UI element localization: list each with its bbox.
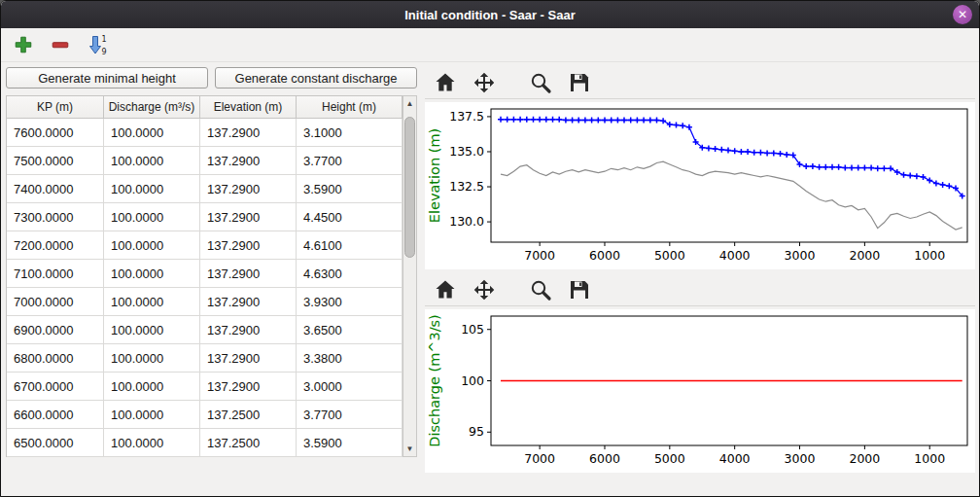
zoom-button[interactable]	[528, 277, 553, 302]
table-cell[interactable]: 7300.0000	[7, 203, 104, 231]
table-cell[interactable]: 3.7700	[297, 401, 402, 429]
save-button[interactable]	[567, 277, 592, 302]
table-scrollbar[interactable]: ▲ ▼	[402, 95, 417, 457]
table-cell[interactable]: 100.0000	[104, 231, 200, 260]
scrollbar-track[interactable]	[403, 111, 416, 442]
table-cell[interactable]: 137.2500	[200, 401, 297, 429]
table-cell[interactable]: 137.2900	[200, 175, 297, 203]
table-cell[interactable]: 7000.0000	[7, 288, 104, 316]
table-cell[interactable]: 3.6500	[297, 316, 402, 344]
table-cell[interactable]: 6900.0000	[7, 316, 104, 344]
sort-button[interactable]: 1 9	[85, 32, 110, 57]
table-cell[interactable]: 7400.0000	[7, 175, 104, 203]
table-cell[interactable]: 3.3800	[297, 344, 402, 373]
scroll-down-button[interactable]: ▼	[403, 442, 416, 456]
table-cell[interactable]: 3.7700	[297, 147, 402, 175]
column-header-height[interactable]: Height (m)	[297, 96, 402, 119]
table-cell[interactable]: 137.2900	[200, 316, 297, 344]
table-cell[interactable]: 137.2900	[200, 260, 297, 288]
zoom-button[interactable]	[528, 70, 553, 95]
table-cell[interactable]: 100.0000	[104, 429, 200, 457]
y-tick-label: 137.5	[449, 109, 484, 124]
table-cell[interactable]: 100.0000	[104, 373, 200, 401]
table-cell[interactable]: 100.0000	[104, 401, 200, 429]
table-cell[interactable]: 6500.0000	[7, 429, 104, 457]
y-tick-label: 132.5	[449, 179, 484, 194]
table-cell[interactable]: 3.0000	[297, 373, 402, 401]
table-cell[interactable]: 4.6100	[297, 231, 402, 260]
table-row[interactable]: 7500.0000100.0000137.29003.7700	[7, 147, 402, 175]
generate-constant-discharge-button[interactable]: Generate constant discharge	[215, 67, 417, 89]
table-cell[interactable]: 100.0000	[104, 260, 200, 288]
home-icon	[434, 71, 457, 94]
table-row[interactable]: 6500.0000100.0000137.25003.5900	[7, 429, 402, 457]
column-header-kp[interactable]: KP (m)	[7, 96, 104, 119]
scroll-up-button[interactable]: ▲	[403, 96, 416, 111]
table-cell[interactable]: 100.0000	[104, 147, 200, 175]
table-cell[interactable]: 6700.0000	[7, 373, 104, 401]
table-cell[interactable]: 6800.0000	[7, 344, 104, 373]
table-cell[interactable]: 137.2900	[200, 344, 297, 373]
table-cell[interactable]: 100.0000	[104, 119, 200, 147]
elevation-chart[interactable]: 7000600050004000300020001000130.0132.513…	[425, 102, 975, 269]
discharge-chart[interactable]: 700060005000400030002000100095100105Disc…	[425, 309, 975, 473]
x-tick-label: 7000	[524, 451, 555, 466]
table-cell[interactable]: 100.0000	[104, 344, 200, 373]
generate-minimal-height-button[interactable]: Generate minimal height	[6, 67, 208, 89]
scrollbar-thumb[interactable]	[404, 117, 415, 258]
table-row[interactable]: 7600.0000100.0000137.29003.1000	[7, 119, 402, 147]
x-tick-label: 3000	[785, 248, 816, 263]
pan-button[interactable]	[472, 70, 497, 95]
table-header: KP (m) Discharge (m³/s) Elevation (m) He…	[7, 96, 402, 119]
y-tick-label: 135.0	[449, 144, 484, 159]
table-cell[interactable]: 3.1000	[297, 119, 402, 147]
table-cell[interactable]: 137.2900	[200, 119, 297, 147]
table-cell[interactable]: 7200.0000	[7, 231, 104, 260]
table-row[interactable]: 7100.0000100.0000137.29004.6300	[7, 260, 402, 288]
table-cell[interactable]: 7500.0000	[7, 147, 104, 175]
y-tick-label: 100	[461, 373, 484, 388]
x-tick-label: 1000	[914, 248, 945, 263]
y-axis-label: Elevation (m)	[427, 128, 442, 223]
table-row[interactable]: 7400.0000100.0000137.29003.5900	[7, 175, 402, 203]
column-header-discharge[interactable]: Discharge (m³/s)	[104, 96, 200, 119]
home-button[interactable]	[433, 277, 458, 302]
table-row[interactable]: 7200.0000100.0000137.29004.6100	[7, 231, 402, 260]
table-cell[interactable]: 137.2900	[200, 373, 297, 401]
table-cell[interactable]: 3.5900	[297, 175, 402, 203]
home-button[interactable]	[433, 70, 458, 95]
table-row[interactable]: 7300.0000100.0000137.29004.4500	[7, 203, 402, 231]
table-cell[interactable]: 100.0000	[104, 203, 200, 231]
table-cell[interactable]: 3.5900	[297, 429, 402, 457]
save-button[interactable]	[567, 70, 592, 95]
column-header-elevation[interactable]: Elevation (m)	[200, 96, 297, 119]
table-cell[interactable]: 7100.0000	[7, 260, 104, 288]
titlebar[interactable]: Initial condition - Saar - Saar ✕	[1, 1, 979, 28]
table-row[interactable]: 6800.0000100.0000137.29003.3800	[7, 344, 402, 373]
window-title: Initial condition - Saar - Saar	[404, 8, 576, 22]
sort-digit-bottom: 9	[102, 48, 107, 56]
add-row-button[interactable]	[11, 32, 36, 57]
table-cell[interactable]: 137.2900	[200, 203, 297, 231]
table-cell[interactable]: 7600.0000	[7, 119, 104, 147]
table-cell[interactable]: 3.9300	[297, 288, 402, 316]
table-cell[interactable]: 100.0000	[104, 175, 200, 203]
table-row[interactable]: 6700.0000100.0000137.29003.0000	[7, 373, 402, 401]
close-button[interactable]: ✕	[953, 5, 972, 24]
table-cell[interactable]: 137.2500	[200, 429, 297, 457]
table-cell[interactable]: 137.2900	[200, 231, 297, 260]
initial-condition-table: KP (m) Discharge (m³/s) Elevation (m) He…	[6, 95, 417, 457]
table-cell[interactable]: 137.2900	[200, 288, 297, 316]
table-row[interactable]: 6600.0000100.0000137.25003.7700	[7, 401, 402, 429]
remove-row-button[interactable]	[48, 32, 73, 57]
table-cell[interactable]: 4.4500	[297, 203, 402, 231]
table-row[interactable]: 7000.0000100.0000137.29003.9300	[7, 288, 402, 316]
table-cell[interactable]: 100.0000	[104, 316, 200, 344]
table-cell[interactable]: 4.6300	[297, 260, 402, 288]
table-cell[interactable]: 137.2900	[200, 147, 297, 175]
table-row[interactable]: 6900.0000100.0000137.29003.6500	[7, 316, 402, 344]
pan-button[interactable]	[472, 277, 497, 302]
table-cell[interactable]: 100.0000	[104, 288, 200, 316]
y-tick-label: 105	[461, 322, 484, 337]
table-cell[interactable]: 6600.0000	[7, 401, 104, 429]
